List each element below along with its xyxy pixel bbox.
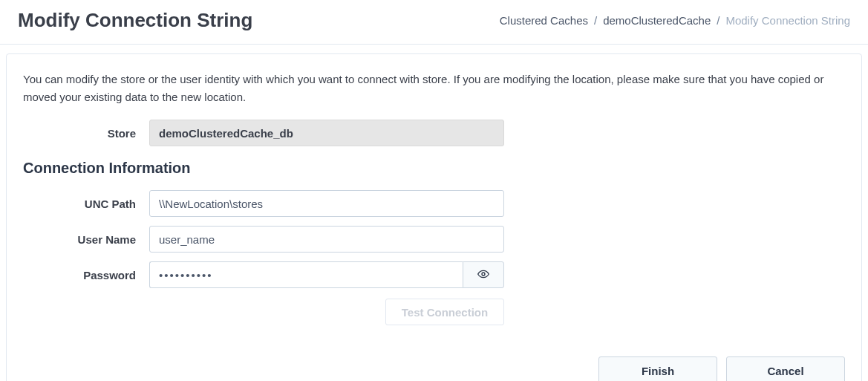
eye-icon bbox=[477, 268, 489, 282]
unc-path-input[interactable] bbox=[149, 190, 504, 217]
breadcrumb-cache-name[interactable]: demoClusteredCache bbox=[603, 14, 711, 27]
page-title: Modify Connection String bbox=[18, 9, 252, 32]
password-row: Password bbox=[23, 261, 845, 288]
password-input[interactable] bbox=[149, 261, 463, 288]
username-row: User Name bbox=[23, 226, 845, 253]
breadcrumb-separator: / bbox=[594, 14, 597, 27]
intro-text: You can modify the store or the user ide… bbox=[23, 71, 845, 106]
store-row: Store demoClusteredCache_db bbox=[23, 120, 845, 146]
breadcrumb: Clustered Caches / demoClusteredCache / … bbox=[500, 14, 850, 27]
unc-path-row: UNC Path bbox=[23, 190, 845, 217]
store-value: demoClusteredCache_db bbox=[149, 120, 504, 146]
svg-point-0 bbox=[482, 273, 485, 276]
username-label: User Name bbox=[23, 233, 149, 246]
footer-actions: Finish Cancel bbox=[23, 356, 845, 381]
password-visibility-toggle[interactable] bbox=[463, 261, 504, 288]
test-connection-row: Test Connection bbox=[23, 299, 845, 325]
username-input[interactable] bbox=[149, 226, 504, 253]
finish-button[interactable]: Finish bbox=[598, 356, 717, 381]
password-group bbox=[149, 261, 504, 288]
breadcrumb-separator: / bbox=[717, 14, 719, 27]
store-label: Store bbox=[23, 127, 149, 140]
cancel-button[interactable]: Cancel bbox=[726, 356, 845, 381]
password-label: Password bbox=[23, 269, 149, 281]
breadcrumb-current: Modify Connection String bbox=[725, 14, 850, 27]
form-panel: You can modify the store or the user ide… bbox=[6, 53, 862, 381]
page-header: Modify Connection String Clustered Cache… bbox=[0, 0, 868, 45]
unc-path-label: UNC Path bbox=[23, 198, 149, 210]
test-connection-button: Test Connection bbox=[385, 299, 504, 325]
section-title: Connection Information bbox=[23, 160, 845, 177]
breadcrumb-clustered-caches[interactable]: Clustered Caches bbox=[500, 14, 588, 27]
